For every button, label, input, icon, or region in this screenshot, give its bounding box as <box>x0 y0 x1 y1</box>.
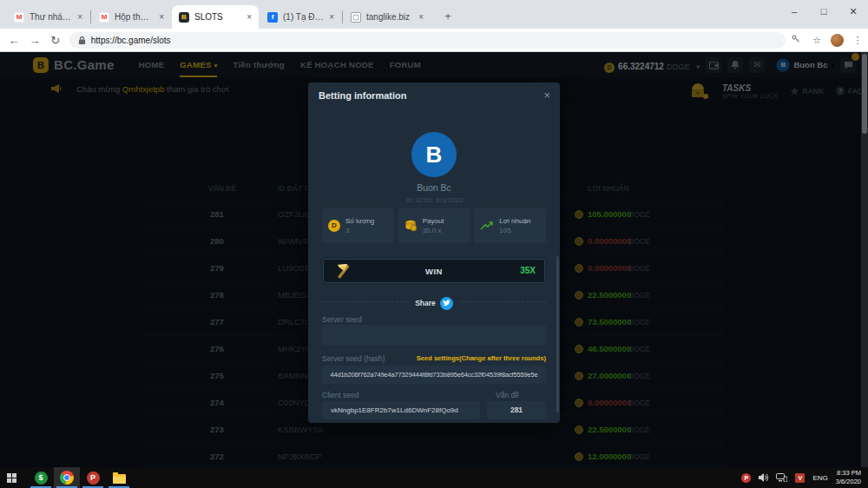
seed-settings-link[interactable]: Seed settings(Change after three rounds) <box>417 354 546 362</box>
server-seed-hash-label: Server seed (hash) <box>322 354 385 363</box>
lock-icon <box>78 36 86 45</box>
bcgame-favicon: B <box>179 12 189 23</box>
clock-date: 3/6/2020 <box>836 478 861 486</box>
stat-label: Số lượng <box>345 217 374 225</box>
issue-field[interactable]: 281 <box>487 401 546 419</box>
windows-icon <box>7 473 16 483</box>
tab-title: SLOTS <box>194 12 241 22</box>
page-scrollbar[interactable] <box>861 52 868 467</box>
window-maximize-button[interactable]: □ <box>809 0 838 24</box>
tab-facebook[interactable]: f (1) Tạ Đức Dũng - Bóng Thanh N × <box>260 5 341 29</box>
player-name: Buon Bc <box>308 182 560 193</box>
bet-stats: D Số lượng3 Payout35.0 x Lợi nhuận105 <box>322 208 546 243</box>
key-icon[interactable] <box>786 34 806 46</box>
player-avatar: B <box>411 132 457 177</box>
stat-payout-card: Payout35.0 x <box>398 208 470 243</box>
window-close-button[interactable]: ✕ <box>838 0 868 24</box>
clock-time: 8:33 PM <box>836 469 861 478</box>
language-indicator[interactable]: ENG <box>812 474 827 482</box>
tab-tanglike[interactable]: ▢ tanglike.biz × <box>344 5 431 29</box>
forward-button[interactable]: → <box>24 34 45 47</box>
tab-separator <box>90 10 91 23</box>
tab-close-icon[interactable]: × <box>329 12 334 22</box>
page-viewport: B BC.Game HOME GAMES ▾ Tiền thưởng KẾ HO… <box>0 52 868 467</box>
dollar-icon: $ <box>35 472 48 485</box>
network-icon[interactable] <box>776 473 787 482</box>
tab-title: tanglike.biz <box>366 12 413 22</box>
taskbar-app-chrome[interactable] <box>54 467 80 488</box>
server-seed-input[interactable] <box>322 325 546 346</box>
tab-slots-active[interactable]: B SLOTS × <box>172 5 259 29</box>
address-bar[interactable]: https://bc.game/slots <box>69 32 786 49</box>
trend-up-icon <box>480 221 494 231</box>
browser-toolbar: ← → ↻ https://bc.game/slots ☆ ⋮ <box>0 29 868 52</box>
facebook-icon: f <box>267 12 278 23</box>
browser-profile-avatar[interactable] <box>831 34 844 47</box>
start-button[interactable] <box>0 467 23 488</box>
stat-value: 35.0 x <box>423 227 444 234</box>
close-icon[interactable]: × <box>543 89 550 102</box>
win-multiplier: 35X <box>520 266 536 275</box>
bet-timestamp: 20:32:50, 6/3/2020 <box>308 196 560 204</box>
back-button[interactable]: ← <box>3 34 24 47</box>
stat-label: Payout <box>423 217 444 225</box>
server-seed-label: Server seed <box>322 315 362 324</box>
taskbar-app-money[interactable]: $ <box>28 467 54 488</box>
gmail-icon: M <box>99 12 109 23</box>
tab-close-icon[interactable]: × <box>418 12 424 22</box>
stat-value: 105 <box>499 227 530 234</box>
p-app-icon: P <box>87 472 100 485</box>
stat-value: 3 <box>345 227 374 234</box>
issue-label: Vấn đề <box>496 391 519 399</box>
url-text: https://bc.game/slots <box>91 36 171 45</box>
tab-close-icon[interactable]: × <box>159 12 164 22</box>
speaker-icon[interactable] <box>759 473 768 482</box>
tab-close-icon[interactable]: × <box>77 12 82 22</box>
p-tray-icon[interactable]: P <box>741 473 751 483</box>
chrome-icon <box>60 471 74 485</box>
modal-scrollbar[interactable] <box>556 256 559 412</box>
share-label: Share <box>415 299 436 307</box>
bookmark-star-icon[interactable]: ☆ <box>806 35 827 46</box>
scrollbar-thumb[interactable] <box>862 54 867 134</box>
tab-separator <box>342 10 343 23</box>
twitter-share-button[interactable] <box>440 297 453 310</box>
system-tray: P V ENG 8:33 PM 3/6/2020 <box>741 467 861 488</box>
new-tab-button[interactable]: + <box>438 7 457 26</box>
folder-icon <box>113 474 126 484</box>
tab-gmail-inbox[interactable]: M Hộp thư đến (4) - bcgamebouns × <box>92 5 171 29</box>
client-seed-field[interactable]: vkNngbp1E8FR2b7w1Ld6DWnF28fQo9d <box>322 401 480 419</box>
client-seed-label: Client seed <box>322 391 359 399</box>
browser-menu-icon[interactable]: ⋮ <box>847 35 868 46</box>
win-result-bar: WIN 35X <box>323 259 545 283</box>
windows-taskbar: $ P P V ENG 8:33 PM 3/6/2020 <box>0 467 868 488</box>
tab-close-icon[interactable]: × <box>247 12 252 22</box>
taskbar-app-p[interactable]: P <box>80 467 106 488</box>
browser-tab-strip: M Thư nháp (5) - thoai14071997@ × M Hộp … <box>0 0 868 29</box>
betting-information-modal: Betting information × B Buon Bc 20:32:50… <box>308 82 560 423</box>
v-tray-icon[interactable]: V <box>795 473 805 483</box>
window-minimize-button[interactable]: – <box>779 0 809 24</box>
tab-title: Thư nháp (5) - thoai14071997@ <box>30 12 72 22</box>
stat-label: Lợi nhuận <box>499 217 530 225</box>
modal-title: Betting information <box>319 90 406 101</box>
tab-title: (1) Tạ Đức Dũng - Bóng Thanh N <box>283 12 324 22</box>
taskbar-app-explorer[interactable] <box>106 467 132 488</box>
reload-button[interactable]: ↻ <box>45 34 66 47</box>
win-label: WIN <box>324 267 544 276</box>
twitter-bird-icon <box>443 300 450 307</box>
taskbar-clock[interactable]: 8:33 PM 3/6/2020 <box>836 469 861 486</box>
page-icon: ▢ <box>351 12 361 23</box>
tab-title: Hộp thư đến (4) - bcgamebouns <box>115 12 154 22</box>
stat-profit-card: Lợi nhuận105 <box>474 208 546 243</box>
share-row: Share <box>308 293 560 310</box>
stat-amount-card: D Số lượng3 <box>322 208 394 243</box>
coin-icon: D <box>328 220 340 232</box>
server-seed-hash-field[interactable]: 44d1b206f762a749e4a77329444f8fd733b895e6… <box>322 366 546 384</box>
gmail-icon: M <box>14 12 24 23</box>
tab-gmail-drafts[interactable]: M Thư nháp (5) - thoai14071997@ × <box>7 5 89 29</box>
coins-stack-icon <box>404 220 418 232</box>
